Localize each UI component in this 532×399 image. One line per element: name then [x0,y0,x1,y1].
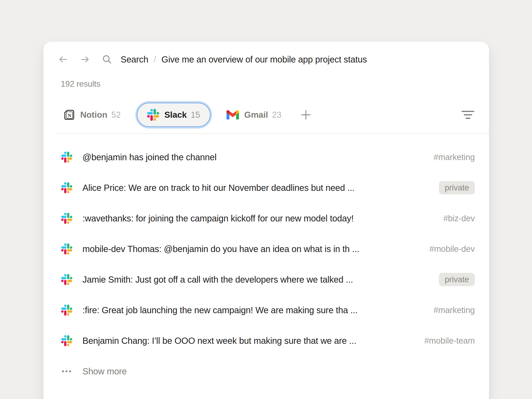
add-source-button[interactable] [300,109,311,120]
arrow-right-icon [80,55,90,64]
slack-icon [147,109,159,121]
result-row[interactable]: Benjamin Chang: I’ll be OOO next week bu… [44,325,489,356]
result-row[interactable]: @benjamin has joined the channel #market… [44,142,489,172]
slack-icon [61,213,72,224]
results-count: 192 results [61,79,489,89]
back-button[interactable] [58,54,68,64]
tab-label: Slack [165,110,187,120]
tab-slack[interactable]: Slack 15 [137,103,211,127]
search-results-window: Search / Give me an overview of our mobi… [44,42,489,399]
show-more-button[interactable]: Show more [44,356,489,386]
result-row[interactable]: :fire: Great job launching the new campa… [44,295,489,325]
result-privacy-badge: private [439,273,475,286]
result-row[interactable]: :wavethanks: for joining the campaign ki… [44,203,489,234]
result-channel: #mobile-dev [429,244,475,254]
tab-notion[interactable]: Notion 52 [63,109,121,120]
result-text: Benjamin Chang: I’ll be OOO next week bu… [82,336,415,346]
notion-icon [63,109,75,120]
tab-label: Notion [80,110,107,120]
result-text: mobile-dev Thomas: @benjamin do you have… [82,244,420,254]
tab-count: 52 [111,110,120,120]
search-query-input[interactable]: Give me an overview of our mobile app pr… [161,55,367,64]
slack-icon [61,335,72,346]
result-channel: #mobile-team [424,336,475,346]
search-icon [102,54,112,64]
filter-button[interactable] [462,110,474,120]
slack-icon [61,304,72,316]
tab-gmail[interactable]: Gmail 23 [227,110,282,120]
search-header: Search / Give me an overview of our mobi… [44,42,489,65]
result-text: :wavethanks: for joining the campaign ki… [82,214,434,223]
result-row[interactable]: Alice Price: We are on track to hit our … [44,172,489,203]
gmail-icon [227,110,239,120]
show-more-label: Show more [82,367,127,376]
result-row[interactable]: mobile-dev Thomas: @benjamin do you have… [44,234,489,264]
slack-icon [61,182,72,193]
tab-count: 23 [272,110,281,120]
arrow-left-icon [58,55,68,64]
slack-icon [61,243,72,254]
source-tabs: Notion 52 Slack 15 Gmail 23 [63,102,475,127]
result-text: Jamie Smith: Just got off a call with th… [82,275,430,285]
result-row[interactable]: Jamie Smith: Just got off a call with th… [44,264,489,295]
result-channel: #biz-dev [443,214,475,223]
slack-icon [61,274,72,285]
result-channel: #marketing [434,305,475,315]
result-text: :fire: Great job launching the new campa… [82,305,425,315]
result-channel: #marketing [434,152,475,162]
breadcrumb-separator: / [154,54,156,65]
slack-icon [61,152,72,163]
result-text: Alice Price: We are on track to hit our … [82,183,430,193]
tab-count: 15 [191,110,200,120]
breadcrumb-root[interactable]: Search [120,55,148,64]
tab-label: Gmail [244,110,268,120]
results-list: @benjamin has joined the channel #market… [44,134,489,386]
ellipsis-icon [61,366,72,377]
result-privacy-badge: private [439,181,475,194]
forward-button[interactable] [80,54,90,64]
result-text: @benjamin has joined the channel [82,152,425,162]
